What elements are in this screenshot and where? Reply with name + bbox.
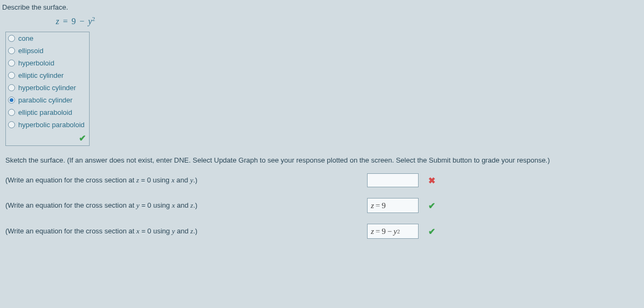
- status-correct: ✔: [426, 226, 437, 237]
- choice-label: cone: [18, 34, 33, 42]
- question-title: Describe the surface.: [2, 0, 642, 16]
- radio-icon[interactable]: [8, 84, 15, 91]
- choice-row[interactable]: hyperboloid: [6, 57, 89, 69]
- choice-row[interactable]: cone: [6, 32, 89, 45]
- check-icon: ✔: [428, 201, 435, 210]
- answer-display[interactable]: z = 9 − y2: [367, 224, 419, 239]
- radio-icon[interactable]: [8, 121, 15, 128]
- choice-row[interactable]: parabolic cylinder: [6, 94, 89, 106]
- radio-icon[interactable]: [8, 60, 15, 67]
- radio-icon[interactable]: [8, 72, 15, 79]
- choice-label: elliptic cylinder: [18, 71, 64, 79]
- check-icon: ✔: [79, 134, 86, 143]
- answer-display[interactable]: z = 9: [367, 198, 419, 213]
- choice-group: coneellipsoidhyperboloidelliptic cylinde…: [5, 32, 90, 146]
- choice-label: ellipsoid: [18, 47, 43, 55]
- cross-section-label: (Write an equation for the cross section…: [5, 176, 360, 185]
- cross-section-label: (Write an equation for the cross section…: [5, 201, 360, 210]
- choice-feedback: ✔: [6, 131, 89, 145]
- cross-section-row: (Write an equation for the cross section…: [2, 218, 642, 244]
- cross-section-row: (Write an equation for the cross section…: [2, 168, 642, 193]
- radio-icon[interactable]: [8, 47, 15, 54]
- choice-row[interactable]: hyperbolic cylinder: [6, 82, 89, 94]
- choice-label: elliptic paraboloid: [18, 108, 72, 116]
- choice-label: hyperbolic paraboloid: [18, 121, 85, 129]
- choice-row[interactable]: elliptic paraboloid: [6, 106, 89, 119]
- cross-section-row: (Write an equation for the cross section…: [2, 193, 642, 218]
- radio-icon[interactable]: [8, 109, 15, 116]
- choice-row[interactable]: elliptic cylinder: [6, 69, 89, 82]
- choice-row[interactable]: hyperbolic paraboloid: [6, 119, 89, 131]
- answer-input[interactable]: [367, 173, 419, 187]
- choice-label: hyperbolic cylinder: [18, 84, 76, 92]
- cross-section-label: (Write an equation for the cross section…: [5, 227, 360, 236]
- choice-label: parabolic cylinder: [18, 96, 72, 104]
- radio-icon[interactable]: [8, 35, 15, 42]
- choice-row[interactable]: ellipsoid: [6, 45, 89, 57]
- choice-label: hyperboloid: [18, 59, 54, 67]
- surface-equation: z = 9 − y2: [2, 16, 642, 32]
- sketch-instructions: Sketch the surface. (If an answer does n…: [2, 146, 642, 168]
- status-correct: ✔: [426, 201, 437, 211]
- cross-icon: ✖: [428, 176, 435, 185]
- radio-icon[interactable]: [8, 97, 15, 104]
- check-icon: ✔: [428, 227, 435, 236]
- status-wrong: ✖: [426, 175, 437, 186]
